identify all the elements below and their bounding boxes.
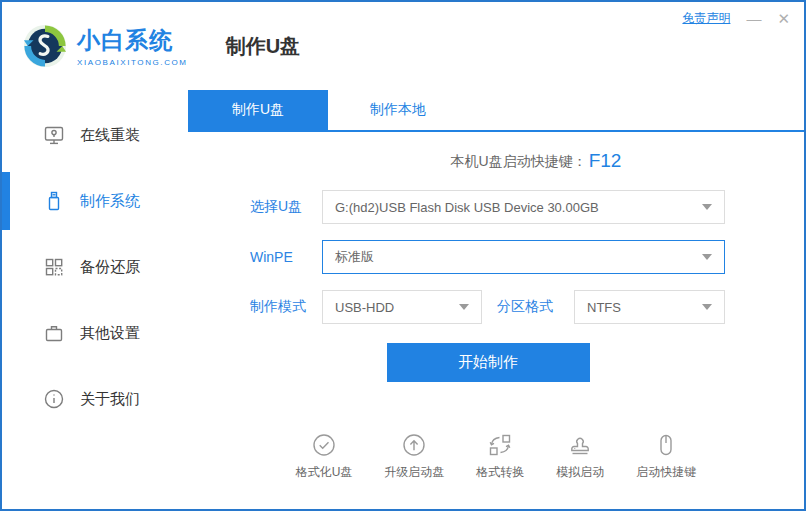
arrow-up-circle-icon [401, 432, 427, 458]
mode-select-value: USB-HDD [335, 300, 394, 315]
sidebar-item-label: 关于我们 [80, 390, 140, 409]
tool-format-usb[interactable]: 格式化U盘 [296, 432, 353, 481]
boot-hotkey-label: 本机U盘启动快捷键： [451, 153, 587, 169]
mode-partition-row: 制作模式 USB-HDD 分区格式 NTFS [250, 289, 804, 325]
tool-label: 模拟启动 [556, 464, 604, 481]
tab-make-usb[interactable]: 制作U盘 [188, 90, 328, 130]
tool-simulate-boot[interactable]: 模拟启动 [556, 432, 604, 481]
body: 在线重装 制作系统 备份还原 [2, 90, 804, 509]
active-indicator [2, 238, 10, 296]
chevron-down-icon [702, 204, 712, 210]
titlebar-controls: 免责声明 — ✕ [682, 10, 790, 27]
chevron-down-icon [459, 304, 469, 310]
partition-select-label: 分区格式 [497, 298, 559, 316]
usb-select-label: 选择U盘 [250, 198, 322, 216]
monitor-icon [42, 123, 66, 147]
tool-boot-hotkey[interactable]: 启动快捷键 [636, 432, 696, 481]
tool-label: 格式转换 [476, 464, 524, 481]
mode-select[interactable]: USB-HDD [322, 290, 482, 324]
app-window: 免责声明 — ✕ 小白系统 XIAOBAIXITONG.COM 制作U盘 [0, 0, 806, 511]
sidebar-item-label: 其他设置 [80, 324, 140, 343]
mode-select-label: 制作模式 [250, 298, 322, 316]
partition-select-value: NTFS [587, 300, 621, 315]
sidebar-item-label: 在线重装 [80, 126, 140, 145]
sidebar-item-label: 备份还原 [80, 258, 140, 277]
brand-name: 小白系统 [77, 25, 188, 56]
tool-label: 格式化U盘 [296, 464, 353, 481]
main-panel: 制作U盘 制作本地 本机U盘启动快捷键：F12 选择U盘 G:(hd2)USB … [188, 90, 804, 509]
swirl-globe-logo-icon [22, 23, 68, 69]
tab-bar: 制作U盘 制作本地 [188, 90, 804, 132]
winpe-select-label: WinPE [250, 249, 322, 265]
minimize-button[interactable]: — [746, 11, 761, 26]
winpe-select-value: 标准版 [335, 248, 374, 266]
boot-hotkey-value: F12 [589, 150, 622, 171]
winpe-row: WinPE 标准版 [250, 239, 804, 275]
tool-format-convert[interactable]: 格式转换 [476, 432, 524, 481]
tool-label: 启动快捷键 [636, 464, 696, 481]
close-button[interactable]: ✕ [777, 11, 790, 26]
sidebar-item-make-system[interactable]: 制作系统 [2, 168, 188, 234]
sidebar-item-other-settings[interactable]: 其他设置 [2, 300, 188, 366]
page-title: 制作U盘 [226, 33, 300, 60]
briefcase-icon [42, 321, 66, 345]
usb-drive-icon [42, 189, 66, 213]
tool-label: 升级启动盘 [384, 464, 444, 481]
tab-make-local[interactable]: 制作本地 [328, 90, 468, 130]
brand-block: 小白系统 XIAOBAIXITONG.COM [77, 25, 188, 67]
sidebar-item-online-reinstall[interactable]: 在线重装 [2, 102, 188, 168]
content-area: 本机U盘启动快捷键：F12 选择U盘 G:(hd2)USB Flash Disk… [188, 132, 804, 509]
info-icon [42, 387, 66, 411]
tool-upgrade-boot-disk[interactable]: 升级启动盘 [384, 432, 444, 481]
usb-select[interactable]: G:(hd2)USB Flash Disk USB Device 30.00GB [322, 190, 725, 224]
sidebar-item-backup-restore[interactable]: 备份还原 [2, 234, 188, 300]
partition-select[interactable]: NTFS [574, 290, 725, 324]
sidebar-item-label: 制作系统 [80, 192, 140, 211]
mouse-icon [653, 432, 679, 458]
footer-tools: 格式化U盘 升级启动盘 [188, 432, 804, 481]
backup-grid-icon [42, 255, 66, 279]
chevron-down-icon [702, 254, 712, 260]
sidebar: 在线重装 制作系统 备份还原 [2, 90, 188, 509]
active-indicator [2, 106, 10, 164]
start-make-button[interactable]: 开始制作 [387, 343, 590, 382]
convert-icon [487, 432, 513, 458]
active-indicator [2, 304, 10, 362]
active-indicator [2, 370, 10, 428]
stamp-icon [567, 432, 593, 458]
chevron-down-icon [702, 304, 712, 310]
disclaimer-link[interactable]: 免责声明 [682, 10, 730, 27]
sidebar-item-about-us[interactable]: 关于我们 [2, 366, 188, 432]
usb-select-value: G:(hd2)USB Flash Disk USB Device 30.00GB [335, 200, 599, 215]
brand-domain: XIAOBAIXITONG.COM [77, 58, 188, 67]
boot-hotkey-line: 本机U盘启动快捷键：F12 [228, 149, 806, 173]
winpe-select[interactable]: 标准版 [322, 240, 725, 274]
form: 选择U盘 G:(hd2)USB Flash Disk USB Device 30… [188, 189, 804, 325]
logo: 小白系统 XIAOBAIXITONG.COM [22, 23, 188, 69]
usb-row: 选择U盘 G:(hd2)USB Flash Disk USB Device 30… [250, 189, 804, 225]
active-indicator [2, 172, 10, 230]
check-circle-icon [311, 432, 337, 458]
